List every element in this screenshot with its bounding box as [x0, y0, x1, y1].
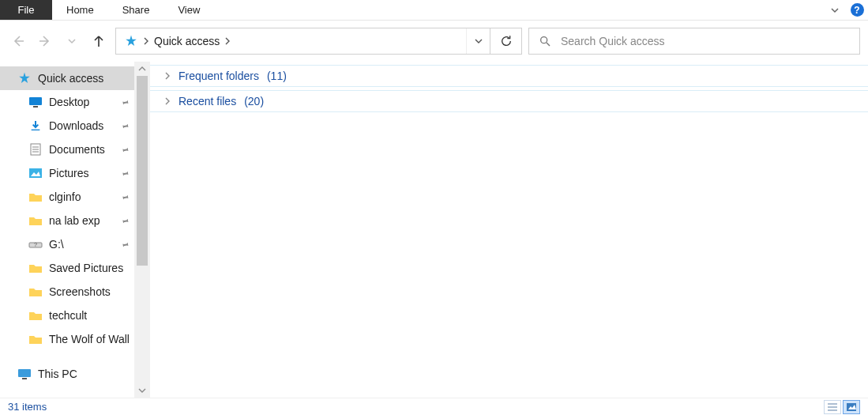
sidebar-item-label: G:\: [49, 238, 64, 251]
folder-icon: [28, 285, 43, 298]
sidebar-item-label: Documents: [49, 143, 105, 156]
back-button[interactable]: [8, 31, 28, 51]
svg-rect-11: [29, 168, 42, 178]
chevron-right-icon: [164, 97, 171, 105]
sidebar-item-folder[interactable]: na lab exp: [0, 209, 134, 232]
sidebar-item-label: This PC: [38, 368, 77, 380]
folder-icon: [28, 262, 43, 274]
scroll-down-icon[interactable]: [138, 387, 146, 394]
address-history-button[interactable]: [466, 28, 490, 54]
folder-icon: [28, 309, 43, 322]
sidebar-item-label: Saved Pictures: [49, 262, 123, 274]
folder-icon: [28, 333, 43, 345]
sidebar-item-drive[interactable]: ? G:\: [0, 232, 134, 256]
sidebar-item-this-pc[interactable]: This PC: [0, 362, 134, 386]
breadcrumb-separator-icon: [224, 37, 231, 45]
sidebar-item-documents[interactable]: Documents: [0, 138, 134, 161]
breadcrumb-separator-icon: [143, 37, 149, 45]
sidebar-item-folder[interactable]: Saved Pictures: [0, 256, 134, 280]
sidebar-item-label: na lab exp: [49, 214, 100, 227]
svg-point-1: [541, 37, 547, 43]
help-icon: ?: [851, 3, 864, 17]
help-button[interactable]: ?: [846, 0, 868, 20]
quick-access-star-icon: [17, 72, 32, 85]
pin-icon: [119, 119, 131, 131]
svg-rect-4: [29, 97, 42, 105]
forward-button[interactable]: [35, 31, 55, 51]
this-pc-icon: [17, 368, 32, 380]
svg-line-2: [547, 43, 550, 46]
sidebar-item-label: The Wolf of Wall: [49, 333, 130, 345]
group-label: Recent files: [178, 95, 236, 108]
up-button[interactable]: [88, 31, 109, 51]
quick-access-star-icon: [124, 35, 138, 47]
svg-marker-0: [126, 36, 137, 47]
address-path[interactable]: Quick access: [116, 35, 466, 47]
folder-icon: [28, 191, 43, 203]
group-count: (11): [267, 70, 287, 82]
scroll-up-icon[interactable]: [138, 65, 146, 73]
details-view-icon: [827, 402, 838, 412]
search-icon: [539, 35, 551, 47]
drive-icon: ?: [28, 238, 43, 251]
documents-icon: [28, 143, 43, 156]
pin-icon: [119, 143, 131, 155]
pin-icon: [119, 238, 131, 250]
view-thumbnails-button[interactable]: [843, 400, 860, 414]
downloads-icon: [28, 119, 43, 132]
tab-file[interactable]: File: [0, 0, 52, 20]
navigation-row: Quick access: [0, 21, 868, 62]
group-recent-files[interactable]: Recent files (20): [150, 90, 868, 112]
breadcrumb-location[interactable]: Quick access: [154, 35, 220, 47]
pin-icon: [119, 96, 131, 108]
folder-icon: [28, 214, 43, 227]
sidebar-item-label: Screenshots: [49, 285, 111, 298]
pictures-icon: [28, 167, 43, 179]
thumbnails-view-icon: [846, 402, 857, 412]
pin-icon: [119, 167, 131, 179]
svg-text:?: ?: [34, 242, 37, 247]
scrollbar-thumb[interactable]: [137, 76, 148, 266]
navigation-pane: Quick access Desktop Downloads: [0, 62, 150, 398]
sidebar-item-label: techcult: [49, 309, 87, 322]
pin-icon: [119, 191, 131, 202]
view-details-button[interactable]: [824, 400, 841, 414]
sidebar-item-desktop[interactable]: Desktop: [0, 90, 134, 114]
svg-rect-16: [22, 378, 27, 379]
content-pane: Frequent folders (11) Recent files (20): [150, 62, 868, 398]
svg-rect-15: [18, 369, 31, 377]
group-label: Frequent folders: [178, 70, 259, 82]
tab-share[interactable]: Share: [108, 0, 164, 20]
sidebar-item-downloads[interactable]: Downloads: [0, 114, 134, 138]
chevron-right-icon: [164, 72, 171, 80]
sidebar-item-label: Desktop: [49, 96, 89, 108]
search-box[interactable]: [528, 28, 860, 55]
status-item-count: 31 items: [8, 401, 47, 413]
sidebar-item-folder[interactable]: The Wolf of Wall: [0, 327, 134, 351]
status-bar: 31 items: [0, 398, 868, 415]
search-input[interactable]: [561, 35, 850, 47]
sidebar-item-pictures[interactable]: Pictures: [0, 161, 134, 185]
ribbon-collapse-button[interactable]: [824, 0, 846, 20]
svg-marker-3: [19, 73, 30, 84]
ribbon-tabs: File Home Share View ?: [0, 0, 868, 21]
sidebar-item-label: Downloads: [49, 119, 103, 132]
sidebar-item-folder[interactable]: Screenshots: [0, 280, 134, 304]
sidebar-item-folder[interactable]: techcult: [0, 304, 134, 327]
group-frequent-folders[interactable]: Frequent folders (11): [150, 65, 868, 87]
recent-locations-button[interactable]: [62, 31, 82, 51]
group-count: (20): [244, 95, 264, 108]
sidebar-item-label: clginfo: [49, 191, 81, 203]
sidebar-item-folder[interactable]: clginfo: [0, 185, 134, 209]
sidebar-item-label: Quick access: [38, 72, 103, 85]
desktop-icon: [28, 96, 43, 108]
sidebar-scrollbar[interactable]: [134, 62, 150, 398]
refresh-button[interactable]: [490, 28, 521, 54]
svg-rect-5: [33, 106, 38, 108]
sidebar-item-label: Pictures: [49, 167, 89, 179]
address-bar[interactable]: Quick access: [115, 28, 522, 55]
pin-icon: [119, 214, 131, 226]
tab-view[interactable]: View: [163, 0, 214, 20]
tab-home[interactable]: Home: [52, 0, 108, 20]
sidebar-item-quick-access[interactable]: Quick access: [0, 66, 134, 90]
